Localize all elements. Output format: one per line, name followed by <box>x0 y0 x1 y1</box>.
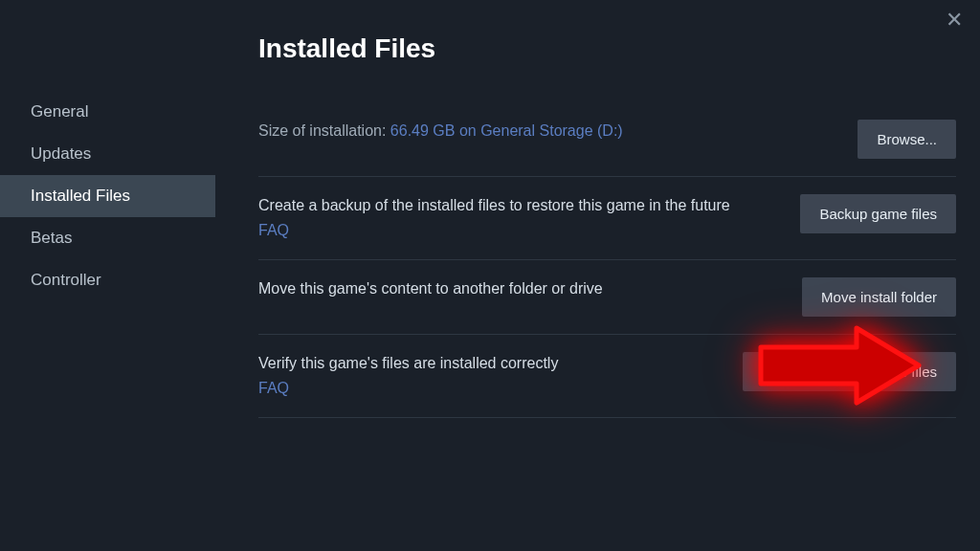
close-button[interactable]: ✕ <box>946 10 963 31</box>
sidebar-item-betas[interactable]: Betas <box>0 217 215 259</box>
main-panel: ✕ Installed Files Size of installation: … <box>215 0 980 551</box>
sidebar-item-general[interactable]: General <box>0 91 215 133</box>
verify-faq-link[interactable]: FAQ <box>258 377 724 400</box>
size-row: Size of installation: 66.49 GB on Genera… <box>258 102 956 177</box>
backup-faq-link[interactable]: FAQ <box>258 219 781 242</box>
backup-row: Create a backup of the installed files t… <box>258 177 956 260</box>
move-text: Move this game's content to another fold… <box>258 280 603 297</box>
backup-button[interactable]: Backup game files <box>800 194 956 233</box>
size-label: Size of installation: <box>258 122 386 139</box>
browse-button[interactable]: Browse... <box>858 120 956 159</box>
page-title: Installed Files <box>258 33 956 64</box>
settings-sidebar: General Updates Installed Files Betas Co… <box>0 0 215 551</box>
move-folder-button[interactable]: Move install folder <box>802 277 956 317</box>
backup-text: Create a backup of the installed files t… <box>258 197 730 213</box>
verify-integrity-button[interactable]: Verify integrity of game files <box>743 352 956 391</box>
move-row: Move this game's content to another fold… <box>258 260 956 335</box>
size-value-link[interactable]: 66.49 GB on General Storage (D:) <box>390 122 623 139</box>
verify-row: Verify this game's files are installed c… <box>258 335 956 418</box>
sidebar-item-installed-files[interactable]: Installed Files <box>0 175 215 217</box>
sidebar-item-updates[interactable]: Updates <box>0 133 215 175</box>
verify-text: Verify this game's files are installed c… <box>258 355 558 371</box>
close-icon: ✕ <box>946 8 963 32</box>
sidebar-item-controller[interactable]: Controller <box>0 259 215 301</box>
